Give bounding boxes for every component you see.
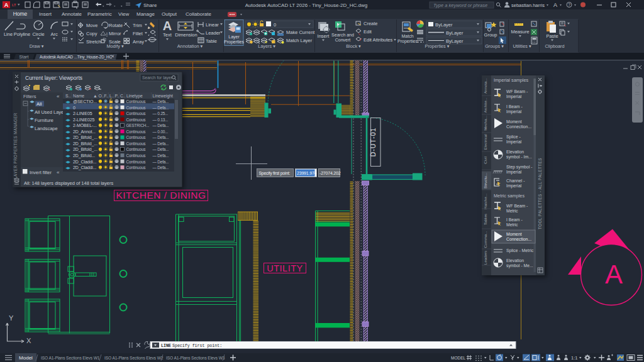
svg-text:Filters: Filters bbox=[23, 94, 36, 99]
svg-text:— 0.13...: — 0.13... bbox=[153, 118, 169, 122]
svg-text:A: A bbox=[553, 2, 557, 8]
svg-text:D-UT-01: D-UT-01 bbox=[369, 128, 377, 157]
svg-text:Channel -: Channel - bbox=[506, 178, 525, 183]
svg-text:Move: Move bbox=[86, 23, 97, 28]
svg-text:Continuous: Continuous bbox=[126, 118, 146, 122]
svg-text:Connection...: Connection... bbox=[506, 124, 531, 129]
svg-text:Annota...: Annota... bbox=[483, 78, 487, 94]
svg-text:?: ? bbox=[568, 3, 570, 7]
svg-text:ISO A1-Plans Sections Elevs W1: ISO A1-Plans Sections Elevs W1 bbox=[41, 356, 100, 360]
svg-text:A: A bbox=[605, 260, 623, 289]
svg-text:Landscape: Landscape bbox=[35, 126, 58, 131]
svg-text:Block ▾: Block ▾ bbox=[346, 43, 361, 49]
svg-text:Archite...: Archite... bbox=[483, 97, 487, 113]
svg-text:All: 148 layers displayed of 1: All: 148 layers displayed of 148 total l… bbox=[24, 180, 113, 186]
svg-text:Imperial: Imperial bbox=[506, 140, 522, 145]
svg-text:Comma...: Comma... bbox=[483, 231, 487, 248]
svg-text:symbol - Me...: symbol - Me... bbox=[506, 263, 533, 268]
svg-text:Electrical: Electrical bbox=[483, 134, 487, 150]
svg-text:UTILITY: UTILITY bbox=[267, 263, 303, 273]
svg-text:Continuous: Continuous bbox=[126, 106, 146, 110]
svg-text:ByLayer: ByLayer bbox=[446, 38, 464, 44]
svg-text:Utilities ▾: Utilities ▾ bbox=[513, 43, 531, 49]
svg-text:Match Layer: Match Layer bbox=[286, 38, 313, 43]
svg-text:KITCHEN / DINING: KITCHEN / DINING bbox=[116, 190, 206, 200]
svg-text:Metric: Metric bbox=[506, 209, 518, 213]
svg-text:Moment: Moment bbox=[506, 119, 522, 124]
svg-text:Type a keyword or phrase: Type a keyword or phrase bbox=[433, 3, 487, 8]
svg-text:A: A bbox=[163, 19, 172, 33]
svg-text:I Beam -: I Beam - bbox=[506, 104, 523, 109]
svg-text:Properties: Properties bbox=[224, 40, 244, 45]
svg-text:TOOL PALETTES - ALL PALETTES: TOOL PALETTES - ALL PALETTES bbox=[538, 158, 542, 229]
svg-text:Continuous: Continuous bbox=[126, 111, 146, 116]
svg-text:Table: Table bbox=[206, 38, 217, 44]
svg-text:Name: Name bbox=[73, 94, 84, 98]
svg-text:— Defa...: — Defa... bbox=[153, 99, 169, 104]
svg-text:— Defa...: — Defa... bbox=[153, 153, 169, 158]
svg-text:ISO A1-Plans Sections Elevs W3: ISO A1-Plans Sections Elevs W3 bbox=[166, 356, 225, 360]
svg-text:Imperial: Imperial bbox=[506, 94, 522, 99]
svg-text:Structu...: Structu... bbox=[483, 173, 487, 189]
svg-text:Group: Group bbox=[484, 32, 497, 38]
svg-text:Draw ▾: Draw ▾ bbox=[30, 43, 44, 49]
svg-text:0: 0 bbox=[274, 22, 276, 28]
svg-text:Start: Start bbox=[19, 55, 29, 59]
svg-text:Circle: Circle bbox=[32, 31, 44, 37]
svg-text:I Beam -: I Beam - bbox=[506, 217, 523, 222]
svg-text:Imperial samples: Imperial samples bbox=[494, 77, 529, 83]
svg-text:Line: Line bbox=[4, 31, 13, 37]
svg-text:Clipboard: Clipboard bbox=[545, 43, 564, 49]
svg-text:Edit: Edit bbox=[364, 29, 372, 35]
svg-text:WF Beam -: WF Beam - bbox=[506, 89, 528, 94]
svg-text:Groups ▾: Groups ▾ bbox=[485, 43, 504, 49]
svg-text:Leaders: Leaders bbox=[483, 251, 487, 265]
svg-text:Moment: Moment bbox=[506, 232, 522, 236]
svg-text:— Defa...: — Defa... bbox=[153, 106, 169, 110]
svg-text:S..: S.. bbox=[65, 94, 70, 98]
svg-text:Continuous: Continuous bbox=[126, 99, 146, 104]
svg-text:«: « bbox=[57, 170, 60, 175]
svg-text:— Defa...: — Defa... bbox=[153, 135, 169, 140]
svg-text:Specify first point:: Specify first point: bbox=[172, 344, 222, 348]
svg-text:Continuous: Continuous bbox=[126, 135, 146, 140]
svg-text:Copy: Copy bbox=[86, 31, 97, 36]
svg-text:2-LINIE05: 2-LINIE05 bbox=[73, 111, 92, 116]
svg-text:Search for layer: Search for layer bbox=[142, 75, 173, 80]
svg-text:Annotation ▾: Annotation ▾ bbox=[177, 43, 203, 49]
svg-text:L..: L.. bbox=[109, 94, 114, 98]
svg-text:Edit Attributes: Edit Attributes bbox=[364, 37, 393, 43]
svg-text:LT: LT bbox=[12, 3, 16, 7]
svg-text:Mirror: Mirror bbox=[109, 31, 121, 36]
svg-text:All Used Laye: All Used Laye bbox=[35, 109, 64, 115]
svg-text:sebastian.harris: sebastian.harris bbox=[511, 3, 545, 8]
svg-text:Mecha...: Mecha... bbox=[483, 116, 487, 131]
svg-text:Array: Array bbox=[133, 39, 144, 45]
svg-text:2D_Claddi...: 2D_Claddi... bbox=[73, 165, 96, 170]
svg-text:▲: ▲ bbox=[93, 94, 97, 98]
svg-text:Tables: Tables bbox=[483, 214, 487, 225]
svg-text:2D_Bifold_...: 2D_Bifold_... bbox=[73, 141, 97, 146]
svg-text:Continuous: Continuous bbox=[126, 165, 146, 170]
svg-text:Linear: Linear bbox=[206, 22, 219, 28]
svg-text:Measure: Measure bbox=[511, 29, 529, 35]
svg-text:GESTRICH...: GESTRICH... bbox=[126, 123, 150, 128]
svg-text:— 0.00...: — 0.00... bbox=[153, 129, 169, 134]
svg-text:Create: Create bbox=[364, 21, 378, 26]
svg-text:2-MÖBEL-...: 2-MÖBEL-... bbox=[73, 123, 97, 128]
svg-text:Continuous: Continuous bbox=[126, 129, 146, 134]
svg-text:Splice - Metric: Splice - Metric bbox=[506, 248, 534, 253]
svg-text:«: « bbox=[57, 94, 60, 99]
svg-text:WF Beam -: WF Beam - bbox=[506, 204, 528, 208]
svg-text:MODEL: MODEL bbox=[451, 356, 466, 360]
svg-text:Splice -: Splice - bbox=[506, 134, 521, 140]
svg-text:LAYER PROPERTIES MANAGER: LAYER PROPERTIES MANAGER bbox=[13, 112, 18, 179]
svg-text:2D_Claddi...: 2D_Claddi... bbox=[73, 160, 96, 165]
svg-text:— Defa...: — Defa... bbox=[153, 147, 169, 151]
svg-text:Paste: Paste bbox=[546, 33, 558, 39]
svg-text:Continuous: Continuous bbox=[126, 153, 146, 158]
svg-text:Trim: Trim bbox=[133, 23, 142, 28]
svg-text:A: A bbox=[4, 2, 9, 8]
svg-text:Civil: Civil bbox=[483, 156, 487, 164]
svg-text:0: 0 bbox=[73, 106, 75, 110]
